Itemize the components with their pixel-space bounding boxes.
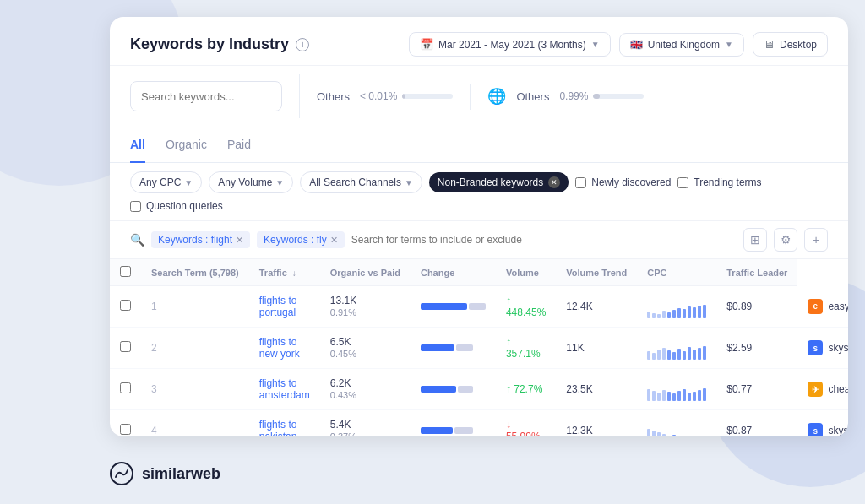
add-button[interactable]: + [804, 228, 828, 252]
channel-filter-button[interactable]: All Search Channels ▼ [300, 171, 422, 193]
row-traffic-2: 6.2K0.43% [320, 369, 411, 410]
metric-value-1: < 0.01% [360, 90, 397, 102]
trend-bar-item [667, 392, 671, 401]
terms-search-input[interactable] [351, 234, 737, 246]
export-excel-button[interactable]: ⊞ [743, 228, 767, 252]
cpc-filter-label: Any CPC [139, 176, 181, 188]
change-value: ↑ 72.7% [506, 383, 542, 395]
trending-terms-checkbox[interactable] [677, 177, 688, 188]
trend-bar-item [647, 312, 650, 318]
tab-organic[interactable]: Organic [166, 127, 207, 163]
chevron-down-icon: ▼ [591, 40, 600, 49]
trend-bar-item [647, 389, 650, 401]
row-checkbox-input-2[interactable] [120, 382, 131, 393]
row-change-1: ↑ 357.1% [496, 328, 556, 369]
info-icon[interactable]: i [296, 38, 309, 51]
row-cpc-0: $0.89 [716, 286, 797, 328]
row-traffic-1: 6.5K0.45% [320, 328, 411, 369]
col-volume-trend: Volume Trend [556, 259, 637, 286]
keyword-tag-flight-close[interactable]: ✕ [236, 235, 243, 246]
volume-value: 12.3K [566, 425, 592, 436]
search-term-link[interactable]: flights to portugal [259, 295, 297, 318]
change-value: ↑ 357.1% [506, 336, 541, 360]
table-row: 1flights to portugal13.1K0.91% ↑ 448.45%… [110, 286, 848, 328]
branded-filter-button[interactable]: Non-Branded keywords ✕ [429, 172, 569, 192]
date-range-button[interactable]: 📅 Mar 2021 - May 2021 (3 Months) ▼ [409, 32, 611, 57]
keyword-search-input[interactable] [130, 81, 282, 111]
device-button[interactable]: 🖥 Desktop [753, 32, 828, 57]
country-button[interactable]: 🇬🇧 United Kingdom ▼ [619, 33, 744, 57]
tab-paid[interactable]: Paid [227, 127, 251, 163]
row-term-3: flights to pakistan [249, 410, 320, 437]
keyword-tag-fly-close[interactable]: ✕ [330, 235, 338, 246]
cpc-filter-button[interactable]: Any CPC ▼ [130, 171, 202, 193]
filters-row: Any CPC ▼ Any Volume ▼ All Search Channe… [110, 163, 848, 221]
metric-label-1: Others [317, 90, 350, 103]
metric-bar-bg-1 [402, 94, 453, 99]
leader-logo: e [808, 299, 823, 314]
trend-bar-item [657, 350, 661, 360]
search-row: 🔍 Keywords : flight ✕ Keywords : fly ✕ ⊞… [110, 221, 848, 259]
trend-bar-item [667, 436, 671, 436]
metric-info-2: Others [516, 90, 549, 103]
organic-bar-gray [458, 386, 473, 393]
metric-bar-fill-1 [402, 94, 405, 99]
newly-discovered-label: Newly discovered [591, 176, 671, 188]
volume-value: 12.4K [566, 301, 592, 312]
newly-discovered-checkbox[interactable] [575, 177, 586, 188]
branded-filter-close-icon[interactable]: ✕ [548, 176, 560, 188]
search-term-link[interactable]: flights to new york [259, 336, 300, 360]
organic-bar [421, 427, 486, 434]
trend-bar-item [693, 392, 696, 401]
settings-button[interactable]: ⚙ [774, 228, 797, 252]
leader-logo: s [808, 423, 823, 436]
brand-logo: similarweb [110, 462, 220, 485]
search-term-link[interactable]: flights to amsterdam [259, 377, 310, 401]
newly-discovered-filter[interactable]: Newly discovered [575, 176, 671, 188]
question-queries-filter[interactable]: Question queries [130, 200, 223, 212]
search-icon: 🔍 [130, 233, 144, 247]
trending-terms-filter[interactable]: Trending terms [677, 176, 761, 188]
row-checkbox-input-1[interactable] [120, 341, 131, 352]
plus-icon: + [813, 233, 819, 247]
volume-filter-button[interactable]: Any Volume ▼ [209, 171, 293, 193]
row-term-0: flights to portugal [249, 286, 320, 328]
volume-filter-label: Any Volume [218, 176, 272, 188]
calendar-icon: 📅 [420, 38, 433, 51]
row-term-2: flights to amsterdam [249, 369, 320, 410]
row-leader-3: s skyscann... [797, 410, 848, 437]
traffic-value: 6.5K0.45% [330, 336, 400, 360]
select-all-checkbox[interactable] [120, 266, 131, 277]
row-checkbox-input-0[interactable] [120, 300, 131, 311]
table-row: 4flights to pakistan5.4K0.37% ↓ 55.99%12… [110, 410, 848, 437]
trend-bar-item [652, 313, 656, 318]
row-volume-3: 12.3K [556, 410, 637, 437]
leader-logo: ✈ [808, 382, 823, 397]
traffic-value: 13.1K0.91% [330, 295, 400, 318]
tab-all[interactable]: All [130, 127, 145, 163]
country-label: United Kingdom [648, 39, 720, 51]
trend-bar-item [677, 349, 681, 360]
trend-bar-item [677, 391, 681, 401]
trend-bar-item [647, 429, 650, 436]
row-checkbox-input-3[interactable] [120, 424, 131, 435]
search-term-link[interactable]: flights to pakistan [259, 419, 297, 436]
col-search-term: Search Term (5,798) [141, 259, 249, 286]
trend-bar-item [672, 310, 676, 318]
row-organic-3 [411, 410, 496, 437]
organic-bar [421, 386, 486, 393]
row-checkbox-3 [110, 410, 141, 437]
leader-name: skyscann... [828, 342, 848, 354]
trend-bar-item [672, 352, 676, 360]
trend-bar-item [672, 435, 676, 436]
row-number: 2 [151, 342, 157, 354]
organic-bar [421, 344, 486, 351]
question-queries-checkbox[interactable] [130, 201, 141, 212]
col-traffic-leader: Traffic Leader [716, 259, 797, 286]
trend-bar-item [703, 346, 706, 360]
cpc-value: $0.89 [726, 301, 752, 312]
row-num-0: 1 [141, 286, 249, 328]
table-header-row: Search Term (5,798) Traffic ↓ Organic vs… [110, 259, 848, 286]
trend-bar-item [662, 311, 666, 318]
keyword-tag-fly-label: Keywords : fly [264, 234, 327, 246]
